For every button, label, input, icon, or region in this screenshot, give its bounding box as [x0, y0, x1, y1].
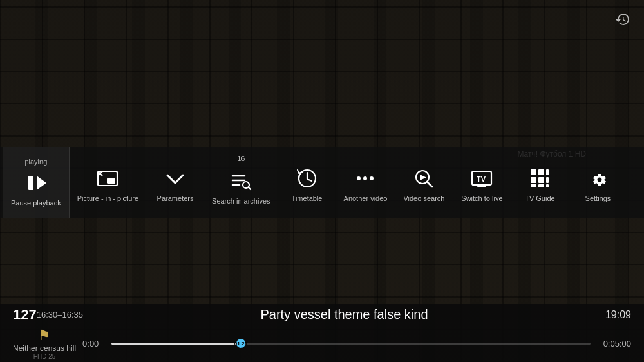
playing-label: playing — [24, 158, 47, 166]
list-search-icon — [227, 167, 254, 195]
channel-icon: ⚑ — [38, 327, 51, 344]
svg-rect-3 — [107, 178, 115, 184]
svg-rect-26 — [538, 177, 544, 183]
svg-point-12 — [357, 176, 361, 180]
gear-icon — [584, 165, 611, 192]
svg-line-16 — [427, 182, 432, 187]
channel-number: 127 — [13, 307, 37, 323]
pause-playback-label: Pause playback — [11, 199, 61, 207]
channel-quality: FHD 25 — [33, 353, 55, 360]
switch-to-live-label: Switch to live — [461, 195, 502, 202]
settings-button[interactable]: Settings — [569, 147, 627, 218]
parameters-label: Parameters — [157, 195, 194, 202]
video-search-button[interactable]: Video search — [395, 147, 453, 218]
bottom-bar: 127 16:30–16:35 Party vessel theme false… — [0, 304, 644, 362]
svg-line-10 — [249, 187, 251, 190]
parameters-button[interactable]: Parameters — [146, 147, 204, 218]
search-archives-label: Search in archives — [212, 197, 270, 205]
svg-text:TV: TV — [477, 175, 486, 183]
bottom-middle-row: ⚑ Neither census hill FHD 25 0:00 01:21 … — [13, 327, 631, 360]
progress-bar[interactable]: 01:21 — [111, 343, 590, 345]
svg-marker-17 — [420, 175, 426, 180]
svg-point-13 — [363, 176, 367, 180]
grid-icon — [526, 165, 553, 192]
another-video-button[interactable]: Another video — [336, 147, 395, 218]
pause-play-icon — [23, 169, 50, 196]
switch-to-live-button[interactable]: TV Switch to live — [453, 147, 511, 218]
progress-fill — [111, 343, 241, 345]
svg-rect-23 — [538, 169, 544, 175]
channel-name: Neither census hill — [13, 344, 76, 353]
svg-rect-22 — [531, 169, 536, 175]
pause-playback-button[interactable]: playing Pause playback — [3, 147, 70, 218]
video-search-icon — [410, 165, 437, 192]
video-search-label: Video search — [403, 195, 444, 202]
svg-rect-30 — [546, 184, 549, 187]
program-title: Party vessel theme false kind — [96, 307, 592, 322]
svg-rect-29 — [538, 184, 544, 187]
progress-dot[interactable]: 01:21 — [236, 339, 245, 348]
bottom-top-row: 127 16:30–16:35 Party vessel theme false… — [13, 307, 631, 323]
pip-icon — [94, 165, 121, 192]
more-horiz-icon — [352, 165, 379, 192]
time-current: 0:00 — [82, 339, 99, 348]
end-time: 19:09 — [605, 309, 631, 321]
svg-marker-1 — [37, 176, 46, 190]
svg-point-14 — [370, 176, 374, 180]
svg-rect-27 — [546, 177, 549, 183]
picture-in-picture-button[interactable]: Picture - in - picture — [70, 147, 146, 218]
tv-guide-label: TV Guide — [525, 195, 554, 202]
settings-label: Settings — [585, 195, 611, 202]
archives-badge: 16 — [237, 155, 245, 162]
time-range: 16:30–16:35 — [37, 310, 83, 319]
svg-rect-25 — [531, 177, 536, 183]
svg-rect-28 — [531, 184, 536, 187]
tv-guide-button[interactable]: TV Guide — [511, 147, 569, 218]
svg-rect-0 — [28, 176, 33, 190]
history-icon[interactable] — [611, 8, 634, 31]
menu-bar: playing Pause playback Picture - in - pi… — [0, 147, 644, 218]
search-archives-button[interactable]: 16 Search in archives — [204, 147, 278, 218]
time-total: 0:05:00 — [603, 339, 631, 348]
history-clock-icon — [294, 165, 321, 192]
timetable-button[interactable]: Timetable — [278, 147, 336, 218]
timetable-label: Timetable — [292, 195, 323, 202]
elapsed-time: 01:21 — [234, 341, 247, 347]
progress-container: 01:21 — [111, 343, 590, 345]
another-video-label: Another video — [344, 195, 388, 202]
tv-icon: TV — [468, 165, 495, 192]
chevron-down-icon — [162, 165, 189, 192]
svg-rect-24 — [546, 169, 549, 175]
pip-label: Picture - in - picture — [77, 195, 138, 202]
